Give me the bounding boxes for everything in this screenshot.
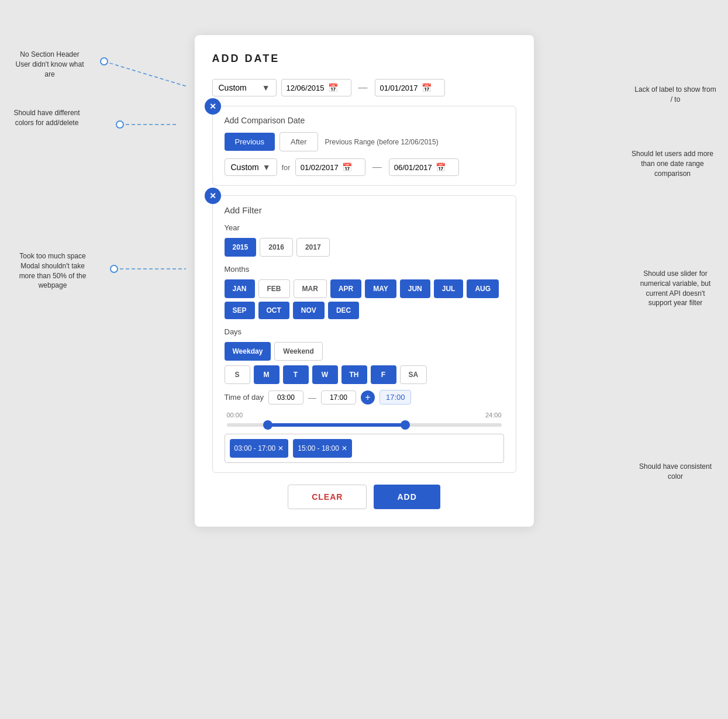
month-jul-button[interactable]: JUL — [434, 279, 464, 298]
time-tag-2: 15:00 - 18:00 ✕ — [293, 439, 352, 458]
calendar-icon-to: 📅 — [422, 83, 432, 92]
date-row: Custom ▼ 12/06/2015 📅 — 01/01/2017 📅 — [212, 79, 516, 96]
year-2015-button[interactable]: 2015 — [225, 238, 257, 257]
calendar-icon-comp-to: 📅 — [436, 163, 446, 172]
svg-point-1 — [101, 58, 108, 65]
slider-thumb-right[interactable] — [401, 420, 410, 430]
action-row: CLEAR ADD — [212, 485, 516, 509]
clear-button[interactable]: CLEAR — [288, 485, 367, 509]
comparison-select-arrow-icon: ▼ — [263, 163, 271, 172]
slider-end-label: 24:00 — [485, 412, 502, 419]
months-label: Months — [225, 265, 504, 274]
slider-labels: 00:00 24:00 — [227, 412, 502, 419]
comparison-to-date[interactable]: 06/01/2017 📅 — [389, 158, 459, 176]
annotation-lack-of-label: Lack of label to show from / to — [634, 85, 716, 105]
year-2016-button[interactable]: 2016 — [260, 238, 293, 257]
month-oct-button[interactable]: OCT — [258, 302, 289, 319]
comparison-title: Add Comparison Date — [225, 116, 504, 125]
year-2017-button[interactable]: 2017 — [296, 238, 330, 257]
day-f-button[interactable]: F — [371, 365, 396, 384]
range-label: Previous Range (before 12/06/2015) — [325, 138, 439, 146]
from-date-input[interactable]: 12/06/2015 📅 — [281, 79, 351, 96]
day-sa-button[interactable]: SA — [400, 365, 427, 384]
comparison-type-select[interactable]: Custom ▼ — [225, 158, 277, 176]
annotation-slider-year: Should use slider for numerical variable… — [634, 269, 716, 308]
time-tag-2-close[interactable]: ✕ — [341, 444, 347, 452]
add-time-button[interactable]: + — [361, 390, 375, 405]
filter-title: Add Filter — [225, 205, 504, 215]
slider-fill — [268, 423, 405, 427]
annotation-no-section-header: No Section Header User didn't know what … — [12, 50, 88, 79]
annotation-more-date-range: Should let users add more than one date … — [629, 149, 716, 178]
calendar-icon-comp-from: 📅 — [342, 163, 352, 172]
month-apr-button[interactable]: APR — [330, 279, 361, 298]
svg-line-0 — [104, 61, 187, 87]
day-t-button[interactable]: T — [283, 365, 309, 384]
time-tag-1-close[interactable]: ✕ — [278, 444, 284, 452]
annotation-consistent-color: Should have consistent color — [634, 462, 716, 482]
month-nov-button[interactable]: NOV — [293, 302, 325, 319]
slider-thumb-left[interactable] — [263, 420, 272, 430]
day-w-button[interactable]: W — [312, 365, 338, 384]
month-jan-button[interactable]: JAN — [225, 279, 255, 298]
month-sep-button[interactable]: SEP — [225, 302, 255, 319]
year-label: Year — [225, 223, 504, 232]
time-row: Time of day — + 17:00 — [225, 390, 504, 405]
month-mar-button[interactable]: MAR — [294, 279, 327, 298]
month-dec-button[interactable]: DEC — [328, 302, 359, 319]
weekend-button[interactable]: Weekend — [274, 342, 322, 361]
day-m-button[interactable]: M — [254, 365, 280, 384]
previous-button[interactable]: Previous — [225, 133, 275, 151]
time-value-badge: 17:00 — [379, 390, 412, 405]
days-label: Days — [225, 327, 504, 336]
svg-point-3 — [116, 121, 123, 128]
date-type-select[interactable]: Custom ▼ — [212, 79, 277, 96]
month-jun-button[interactable]: JUN — [400, 279, 430, 298]
month-may-button[interactable]: MAY — [365, 279, 396, 298]
annotation-too-much-space: Took too much space Modal shouldn't take… — [12, 251, 94, 291]
day-th-button[interactable]: TH — [341, 365, 367, 384]
after-button[interactable]: After — [280, 132, 318, 151]
svg-point-5 — [111, 265, 118, 272]
month-feb-button[interactable]: FEB — [258, 279, 290, 298]
months-group: JAN FEB MAR APR MAY JUN JUL AUG SEP OCT … — [225, 279, 504, 319]
time-tags-container: 03:00 - 17:00 ✕ 15:00 - 18:00 ✕ — [225, 434, 504, 463]
modal-card: ADD DATE Custom ▼ 12/06/2015 📅 — 01/01/2… — [195, 35, 534, 527]
time-of-day-label: Time of day — [225, 393, 264, 402]
days-group: S M T W TH F SA — [225, 365, 504, 384]
day-s-button[interactable]: S — [225, 365, 250, 384]
comp-date-separator: — — [372, 162, 382, 172]
comparison-toggle-row: Previous After Previous Range (before 12… — [225, 132, 504, 151]
filter-close-button[interactable]: ✕ — [205, 188, 221, 204]
time-from-input[interactable] — [268, 390, 303, 405]
add-button[interactable]: ADD — [374, 485, 440, 509]
time-to-input[interactable] — [321, 390, 356, 405]
calendar-icon-from: 📅 — [328, 83, 338, 92]
day-type-group: Weekday Weekend — [225, 342, 504, 361]
year-group: 2015 2016 2017 — [225, 238, 504, 257]
annotation-different-colors: Should have different colors for add/del… — [6, 108, 88, 128]
time-tag-1: 03:00 - 17:00 ✕ — [230, 439, 289, 458]
comparison-date-row: Custom ▼ for 01/02/2017 📅 — 06/01/2017 📅 — [225, 158, 504, 176]
select-arrow-icon: ▼ — [262, 83, 270, 92]
comparison-box: ✕ Add Comparison Date Previous After Pre… — [212, 106, 516, 186]
slider-start-label: 00:00 — [227, 412, 243, 419]
modal-title: ADD DATE — [212, 53, 516, 65]
to-date-input[interactable]: 01/01/2017 📅 — [375, 79, 445, 96]
weekday-button[interactable]: Weekday — [225, 342, 271, 361]
month-aug-button[interactable]: AUG — [467, 279, 499, 298]
slider-track[interactable] — [227, 423, 502, 427]
time-slider-container: 00:00 24:00 — [225, 412, 504, 427]
time-dash: — — [308, 393, 316, 402]
comparison-close-button[interactable]: ✕ — [205, 98, 221, 115]
for-text: for — [282, 163, 291, 172]
date-range-separator: — — [358, 82, 368, 93]
comparison-from-date[interactable]: 01/02/2017 📅 — [295, 158, 365, 176]
filter-box: ✕ Add Filter Year 2015 2016 2017 Months … — [212, 195, 516, 473]
